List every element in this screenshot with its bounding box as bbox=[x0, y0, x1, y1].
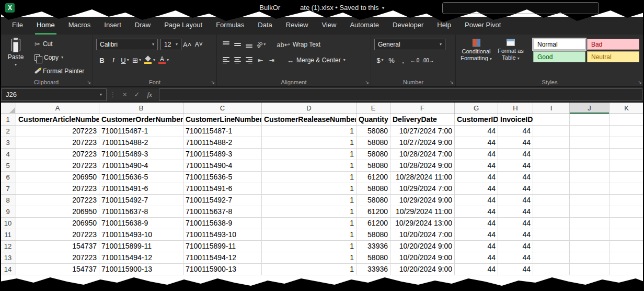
formula-bar-handle[interactable]: ⋮ bbox=[107, 91, 119, 98]
cell-B4[interactable]: 7100115489-3 bbox=[99, 149, 183, 160]
align-bottom-button[interactable] bbox=[243, 39, 255, 50]
cell-I7[interactable] bbox=[533, 183, 570, 195]
cell-F10[interactable]: 10/29/2024 13:00 bbox=[390, 218, 455, 229]
accounting-chevron-icon[interactable]: ▾ bbox=[382, 58, 384, 62]
cell-E9[interactable]: 61200 bbox=[356, 206, 390, 218]
cell-C13[interactable]: 7100115494-12 bbox=[183, 252, 262, 264]
conditional-formatting-chevron-icon[interactable]: ▾ bbox=[490, 57, 492, 61]
conditional-formatting-button[interactable]: Conditional Formatting ▾ bbox=[459, 38, 493, 77]
decrease-font-size-button[interactable]: A˅ bbox=[193, 39, 204, 50]
name-box[interactable]: J26 ▾ bbox=[1, 88, 107, 101]
cell-H12[interactable]: 44 bbox=[498, 241, 533, 252]
copy-dropdown-icon[interactable]: ▾ bbox=[61, 55, 63, 60]
cell-I12[interactable] bbox=[533, 241, 570, 252]
column-header-I[interactable]: I bbox=[533, 103, 570, 114]
cell-F1[interactable]: DeliveryDate bbox=[390, 114, 455, 126]
cell-B1[interactable]: CustomerOrderNumber bbox=[99, 114, 183, 126]
cell-A13[interactable]: 207223 bbox=[16, 252, 99, 264]
cell-C8[interactable]: 7100115492-7 bbox=[183, 195, 262, 206]
row-header-6[interactable]: 6 bbox=[0, 172, 16, 183]
cell-K10[interactable] bbox=[610, 218, 644, 229]
cell-I9[interactable] bbox=[533, 206, 570, 218]
column-header-J[interactable]: J bbox=[570, 103, 610, 114]
cell-K14[interactable] bbox=[610, 264, 644, 275]
cell-I11[interactable] bbox=[533, 229, 570, 241]
cell-F7[interactable]: 10/29/2024 7:00 bbox=[390, 183, 455, 195]
column-header-D[interactable]: D bbox=[262, 103, 356, 114]
cell-E10[interactable]: 61200 bbox=[356, 218, 390, 229]
borders-button[interactable]: ⊞ ▾ bbox=[131, 54, 143, 66]
cell-E13[interactable]: 58080 bbox=[356, 252, 390, 264]
ribbon-tab-macros[interactable]: Macros bbox=[67, 17, 93, 35]
cell-G4[interactable]: 44 bbox=[455, 149, 498, 160]
cell-J7[interactable] bbox=[570, 183, 610, 195]
cell-H5[interactable]: 44 bbox=[498, 160, 533, 172]
cell-G6[interactable]: 44 bbox=[455, 172, 498, 183]
cell-C2[interactable]: 7100115487-1 bbox=[183, 126, 262, 137]
cell-G8[interactable]: 44 bbox=[455, 195, 498, 206]
align-left-button[interactable] bbox=[220, 54, 232, 66]
cancel-button[interactable]: × bbox=[119, 91, 131, 98]
paste-dropdown-icon[interactable]: ▾ bbox=[15, 63, 17, 67]
cell-A5[interactable]: 207223 bbox=[16, 160, 99, 172]
accounting-format-button[interactable]: $ ▾ bbox=[374, 54, 386, 66]
cell-style-normal[interactable]: Normal bbox=[533, 39, 585, 50]
cell-D2[interactable]: 1 bbox=[262, 126, 356, 137]
clipboard-dialog-launcher-icon[interactable]: ↘ bbox=[87, 80, 91, 85]
cell-I8[interactable] bbox=[533, 195, 570, 206]
cell-I13[interactable] bbox=[533, 252, 570, 264]
cell-C11[interactable]: 7100115493-10 bbox=[183, 229, 262, 241]
cell-B10[interactable]: 7100115638-9 bbox=[99, 218, 183, 229]
cell-E1[interactable]: Quantity bbox=[356, 114, 390, 126]
insert-function-button[interactable]: fx bbox=[144, 91, 156, 99]
cell-H9[interactable]: 44 bbox=[498, 206, 533, 218]
underline-button[interactable]: U ▾ bbox=[119, 54, 131, 66]
cell-H8[interactable]: 44 bbox=[498, 195, 533, 206]
cell-A11[interactable]: 207223 bbox=[16, 229, 99, 241]
cell-style-good[interactable]: Good bbox=[533, 51, 585, 62]
increase-decimal-button[interactable]: ←.0 bbox=[409, 54, 421, 66]
ribbon-tab-help[interactable]: Help bbox=[435, 17, 453, 35]
cell-A4[interactable]: 207223 bbox=[16, 149, 99, 160]
ribbon-tab-view[interactable]: View bbox=[320, 17, 338, 35]
font-name-select[interactable]: Calibri ▾ bbox=[96, 39, 158, 50]
cell-J10[interactable] bbox=[570, 218, 610, 229]
percent-style-button[interactable]: % bbox=[386, 54, 397, 66]
cell-E7[interactable]: 58080 bbox=[356, 183, 390, 195]
cell-I6[interactable] bbox=[533, 172, 570, 183]
cell-I3[interactable] bbox=[533, 137, 570, 149]
cell-K4[interactable] bbox=[610, 149, 644, 160]
increase-font-size-button[interactable]: A˄ bbox=[181, 39, 193, 50]
underline-chevron-icon[interactable]: ▾ bbox=[127, 58, 129, 62]
wrap-text-button[interactable]: ab↩ Wrap Text bbox=[274, 38, 323, 51]
cell-F4[interactable]: 10/28/2024 7:00 bbox=[390, 149, 455, 160]
cell-C6[interactable]: 7100115636-5 bbox=[183, 172, 262, 183]
cell-A9[interactable]: 206950 bbox=[16, 206, 99, 218]
cell-F13[interactable]: 10/20/2024 9:00 bbox=[390, 252, 455, 264]
cell-C1[interactable]: CustomerLineNumber bbox=[183, 114, 262, 126]
cell-style-neutral[interactable]: Neutral bbox=[587, 51, 639, 62]
cell-D6[interactable]: 1 bbox=[262, 172, 356, 183]
ribbon-tab-draw[interactable]: Draw bbox=[133, 17, 152, 35]
cell-C14[interactable]: 7100115900-13 bbox=[183, 264, 262, 275]
orientation-button[interactable]: ab ▾ bbox=[255, 39, 267, 50]
row-header-2[interactable]: 2 bbox=[0, 126, 16, 137]
cell-K1[interactable] bbox=[610, 114, 644, 126]
cell-J6[interactable] bbox=[570, 172, 610, 183]
cell-I1[interactable] bbox=[533, 114, 570, 126]
column-header-B[interactable]: B bbox=[99, 103, 183, 114]
cell-K12[interactable] bbox=[610, 241, 644, 252]
cell-A3[interactable]: 207223 bbox=[16, 137, 99, 149]
ribbon-tab-home[interactable]: Home bbox=[35, 17, 56, 35]
copy-button[interactable]: Copy ▾ bbox=[32, 51, 86, 64]
align-right-button[interactable] bbox=[243, 54, 255, 66]
cell-E8[interactable]: 58080 bbox=[356, 195, 390, 206]
cell-D8[interactable]: 1 bbox=[262, 195, 356, 206]
column-header-K[interactable]: K bbox=[610, 103, 644, 114]
cell-H13[interactable]: 44 bbox=[498, 252, 533, 264]
cell-G11[interactable]: 44 bbox=[455, 229, 498, 241]
cell-D13[interactable]: 1 bbox=[262, 252, 356, 264]
cell-E14[interactable]: 33936 bbox=[356, 264, 390, 275]
ribbon-tab-power-pivot[interactable]: Power Pivot bbox=[463, 17, 502, 35]
cell-A12[interactable]: 154737 bbox=[16, 241, 99, 252]
